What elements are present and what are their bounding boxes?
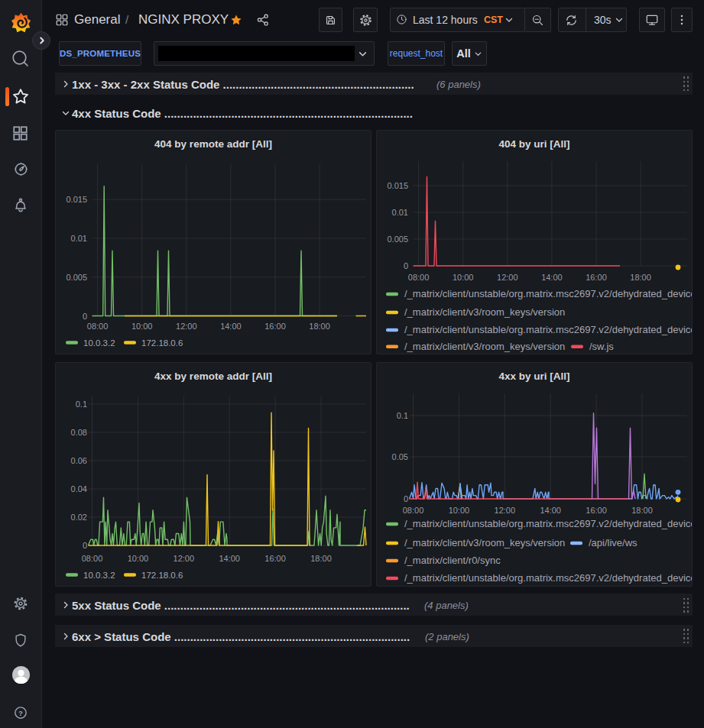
svg-text:/_matrix/client/unstable/org.m: /_matrix/client/unstable/org.matrix.msc2…: [404, 324, 692, 335]
svg-text:/_matrix/client/unstable/org.m: /_matrix/client/unstable/org.matrix.msc2…: [404, 518, 692, 529]
svg-text:/sw.js: /sw.js: [589, 341, 614, 352]
svg-text:18:00: 18:00: [310, 554, 332, 563]
svg-text:08:00: 08:00: [87, 322, 109, 331]
svg-text:10:00: 10:00: [449, 506, 470, 515]
svg-text:4xx by remote addr [All]: 4xx by remote addr [All]: [154, 370, 272, 382]
svg-text:14:00: 14:00: [219, 554, 240, 563]
svg-text:0.015: 0.015: [387, 181, 408, 190]
svg-text:0.06: 0.06: [71, 456, 87, 465]
svg-text:16:00: 16:00: [586, 506, 607, 515]
svg-text:0.1: 0.1: [397, 411, 408, 420]
svg-text:10.0.3.2: 10.0.3.2: [83, 571, 115, 580]
svg-text:/_matrix/client/r0/sync: /_matrix/client/r0/sync: [404, 555, 501, 566]
svg-text:12:00: 12:00: [495, 506, 516, 515]
svg-text:12:00: 12:00: [174, 554, 195, 563]
svg-text:0.005: 0.005: [66, 273, 87, 282]
svg-text:18:00: 18:00: [630, 273, 651, 282]
svg-text:4xx by uri [All]: 4xx by uri [All]: [498, 370, 569, 382]
svg-text:0.01: 0.01: [392, 208, 408, 217]
svg-text:0.08: 0.08: [71, 428, 87, 437]
svg-text:16:00: 16:00: [586, 273, 607, 282]
svg-text:0: 0: [83, 541, 87, 550]
svg-text:/api/live/ws: /api/live/ws: [589, 537, 637, 548]
svg-text:18:00: 18:00: [631, 506, 653, 515]
svg-text:16:00: 16:00: [264, 322, 286, 331]
svg-text:14:00: 14:00: [541, 273, 563, 282]
svg-text:10:00: 10:00: [128, 554, 149, 563]
svg-text:0: 0: [83, 312, 87, 321]
svg-text:18:00: 18:00: [309, 322, 330, 331]
svg-text:172.18.0.6: 172.18.0.6: [141, 571, 183, 580]
svg-text:14:00: 14:00: [540, 506, 561, 515]
svg-text:08:00: 08:00: [82, 554, 103, 563]
svg-text:172.18.0.6: 172.18.0.6: [141, 338, 183, 348]
svg-text:12:00: 12:00: [176, 322, 197, 331]
svg-text:0.04: 0.04: [71, 484, 87, 493]
svg-text:/_matrix/client/v3/room_keys/v: /_matrix/client/v3/room_keys/version: [404, 306, 565, 318]
svg-text:/_matrix/client/unstable/org.m: /_matrix/client/unstable/org.matrix.msc2…: [404, 572, 692, 584]
svg-text:0: 0: [404, 261, 408, 270]
svg-text:10.0.3.2: 10.0.3.2: [83, 338, 115, 348]
svg-text:404 by uri [All]: 404 by uri [All]: [498, 138, 569, 150]
svg-text:0.02: 0.02: [71, 513, 87, 522]
svg-text:0: 0: [404, 494, 408, 503]
svg-text:/_matrix/client/v3/room_keys/v: /_matrix/client/v3/room_keys/version: [404, 537, 565, 548]
svg-text:08:00: 08:00: [408, 273, 430, 282]
svg-text:12:00: 12:00: [497, 273, 518, 282]
svg-text:404 by remote addr [All]: 404 by remote addr [All]: [154, 138, 272, 150]
svg-text:16:00: 16:00: [264, 554, 286, 563]
svg-text:14:00: 14:00: [220, 322, 242, 331]
svg-text:/_matrix/client/v3/room_keys/v: /_matrix/client/v3/room_keys/version: [404, 341, 565, 352]
svg-text:08:00: 08:00: [403, 506, 424, 515]
svg-text:0.015: 0.015: [66, 195, 87, 204]
svg-text:10:00: 10:00: [453, 273, 474, 282]
svg-text:0.01: 0.01: [71, 234, 87, 243]
svg-text:0.1: 0.1: [76, 400, 87, 409]
svg-text:0.05: 0.05: [392, 452, 408, 461]
svg-text:?: ?: [18, 709, 23, 717]
svg-text:/_matrix/client/unstable/org.m: /_matrix/client/unstable/org.matrix.msc2…: [404, 288, 692, 299]
svg-text:10:00: 10:00: [131, 322, 153, 331]
svg-text:0.005: 0.005: [387, 235, 408, 244]
